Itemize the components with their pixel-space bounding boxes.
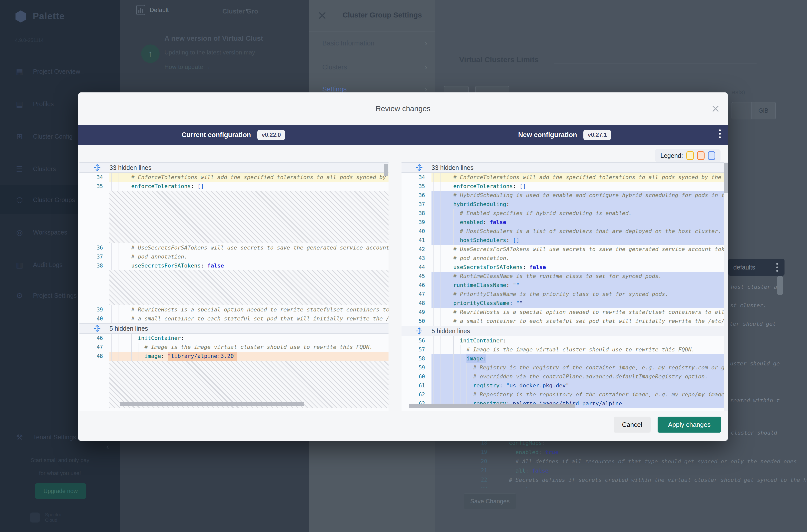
- hidden-lines-label: 5 hidden lines: [109, 325, 148, 332]
- code-token: :: [483, 218, 490, 227]
- sidebar-item-label: Cluster Groups: [33, 196, 75, 204]
- hidden-lines-row[interactable]: 5 hidden lines: [401, 326, 728, 336]
- indent-guides: [433, 372, 473, 381]
- line-number: 36: [401, 191, 431, 200]
- sidebar-collapse-icon[interactable]: ‹: [106, 442, 109, 451]
- indent-guides: [433, 218, 460, 227]
- modal-close-icon[interactable]: [711, 104, 720, 113]
- line-number: 62: [401, 390, 431, 399]
- drawer-item-settings[interactable]: Settings: [322, 86, 347, 93]
- hidden-lines-row[interactable]: 5 hidden lines: [79, 323, 389, 334]
- code-line-47: 47# PriorityClassName is the priority cl…: [401, 290, 728, 299]
- indent-guides: [433, 263, 453, 272]
- indent-guides: [433, 390, 473, 399]
- drawer-item-clusters[interactable]: Clusters: [322, 63, 347, 71]
- code-token: false: [490, 218, 506, 227]
- code-token: all: [515, 466, 525, 475]
- indent-guides: [496, 484, 509, 488]
- collapsed-region-hatch: [79, 191, 389, 243]
- right-pane-vertical-scrollbar[interactable]: [724, 163, 728, 193]
- code-line-50: 50# a small container to each stateful s…: [401, 317, 728, 326]
- code-token: # PriorityClassName is the priority clas…: [453, 290, 668, 299]
- diff-pane-current: 33 hidden lines34# EnforceTolerations wi…: [79, 162, 389, 411]
- cancel-button[interactable]: Cancel: [614, 417, 651, 433]
- hidden-lines-row[interactable]: 33 hidden lines: [79, 162, 389, 173]
- line-number: 42: [401, 245, 431, 254]
- indent-guides: [111, 173, 131, 182]
- code-line-36: 36# UseSecretsForSATokens will use secre…: [79, 243, 389, 252]
- code-token: enabled: [460, 218, 483, 227]
- expand-lines-icon[interactable]: [415, 327, 423, 335]
- occluded-code-fragment: cluster should: [731, 430, 777, 436]
- code-token: # RuntimeClassName is the runtime class …: [453, 272, 662, 281]
- sidebar-item-label: Project Settings: [33, 292, 77, 299]
- indent-guides: [111, 352, 145, 361]
- sidebar-item-label: Workspaces: [33, 229, 67, 236]
- limit-input-top[interactable]: [475, 86, 509, 92]
- clusters-icon: ☰: [15, 165, 24, 173]
- sidebar-item-label: Cluster Config: [33, 133, 73, 140]
- line-number: 38: [79, 261, 109, 270]
- code-token: # HybridScheduling is used to enable and…: [453, 191, 728, 200]
- code-token: []: [513, 236, 520, 245]
- background-scrollbar-thumb[interactable]: [777, 276, 783, 295]
- code-line-45: 45# RuntimeClassName is the runtime clas…: [401, 272, 728, 281]
- indent-guides: [433, 254, 453, 263]
- code-token: # EnforceTolerations will add the specif…: [131, 173, 389, 182]
- hidden-lines-row[interactable]: 33 hidden lines: [401, 162, 728, 173]
- chevron-right-icon: ›: [425, 85, 427, 93]
- workspaces-icon: ◎: [15, 228, 24, 237]
- drawer-item-basic-information[interactable]: Basic Information: [322, 39, 375, 47]
- code-token: "": [513, 281, 520, 290]
- code-token: :: [191, 182, 198, 191]
- chevron-right-icon: ›: [425, 39, 427, 48]
- line-number: 56: [401, 336, 431, 345]
- code-line-59: 59# Registry is the registry of the cont…: [401, 363, 728, 372]
- code-line-38: 38# Enabled specifies if hybrid scheduli…: [401, 209, 728, 218]
- indent-guides: [433, 209, 460, 218]
- sidebar-item-project-overview[interactable]: ▦Project Overview: [0, 57, 120, 86]
- code-token: :: [509, 299, 516, 308]
- diff-options-kebab-icon[interactable]: [719, 129, 721, 138]
- memory-limit-input[interactable]: [732, 102, 752, 119]
- right-pane-horizontal-scrollbar[interactable]: [409, 404, 575, 408]
- line-number: 36: [79, 243, 109, 252]
- line-number: 40: [79, 314, 109, 323]
- code-line-38: 38useSecretsForSATokens: false: [79, 261, 389, 270]
- brand-name: Palette: [33, 11, 65, 21]
- save-changes-button[interactable]: Save Changes: [464, 493, 516, 509]
- code-line-39: 39enabled: false: [401, 218, 728, 227]
- code-token: image:: [467, 354, 486, 363]
- expand-lines-icon[interactable]: [93, 164, 101, 171]
- drawer-close-icon[interactable]: [318, 11, 327, 20]
- indent-guides: [433, 200, 453, 209]
- indent-guides: [111, 314, 131, 323]
- line-number: 59: [401, 363, 431, 372]
- apply-changes-button[interactable]: Apply changes: [658, 417, 721, 433]
- kebab-menu-icon[interactable]: [776, 263, 778, 272]
- left-pane-horizontal-scrollbar[interactable]: [120, 402, 304, 406]
- spectro-cloud-logo: [30, 513, 40, 522]
- expand-lines-icon[interactable]: [415, 164, 423, 171]
- expand-lines-icon[interactable]: [93, 325, 101, 332]
- line-number: 43: [401, 254, 431, 263]
- line-number: 60: [401, 372, 431, 381]
- line-number: 58: [401, 354, 431, 363]
- limit-input-top[interactable]: [444, 86, 469, 92]
- code-token: # UseSecretsForSATokens will use secrets…: [453, 245, 728, 254]
- indent-guides: [433, 173, 453, 182]
- line-number: 48: [79, 352, 109, 361]
- update-banner-title: A new version of Virtual Clust: [164, 35, 263, 42]
- upgrade-button[interactable]: Upgrade now: [35, 483, 86, 499]
- new-version-badge: v0.27.1: [583, 130, 611, 140]
- left-pane-vertical-scrollbar[interactable]: [384, 164, 388, 176]
- code-token: enabled: [515, 448, 539, 457]
- code-token: # a small container to each stateful set…: [131, 314, 389, 323]
- restore-defaults-button[interactable]: defaults: [728, 259, 785, 276]
- code-token: # Secrets defines if secrets created wit…: [509, 475, 807, 484]
- restore-defaults-label: defaults: [733, 264, 755, 271]
- code-line-43: 43# pod annotation.: [401, 254, 728, 263]
- limits-heading: Virtual Clusters Limits: [459, 55, 539, 64]
- how-to-update-link[interactable]: How to update →: [164, 63, 211, 71]
- line-number: 48: [401, 299, 431, 308]
